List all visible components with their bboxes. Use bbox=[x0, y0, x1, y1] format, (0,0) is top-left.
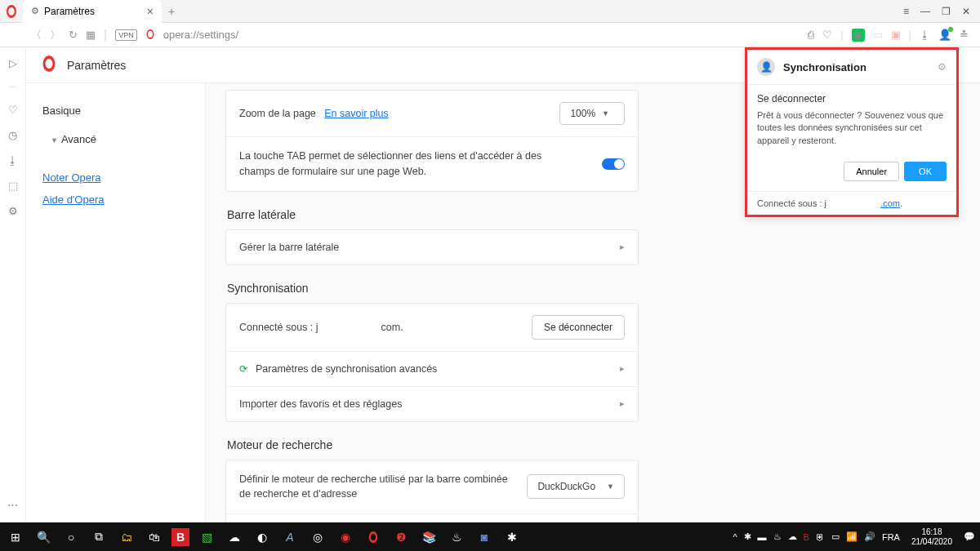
clock[interactable]: 16:18 21/04/2020 bbox=[906, 527, 957, 547]
zoom-learn-more[interactable]: En savoir plus bbox=[324, 108, 389, 119]
volume-icon[interactable]: 🔊 bbox=[864, 531, 875, 542]
tray-icon[interactable]: ▬ bbox=[758, 532, 767, 542]
settings-sidebar-icon[interactable]: ⚙ bbox=[8, 205, 18, 217]
ok-button[interactable]: OK bbox=[904, 162, 947, 181]
tray-icon[interactable]: ☁ bbox=[788, 531, 797, 542]
workspaces-icon[interactable]: ≡ bbox=[903, 6, 909, 17]
history-icon[interactable]: ◷ bbox=[8, 129, 17, 141]
app-icon[interactable]: ◉ bbox=[335, 527, 356, 548]
app-icon[interactable]: ◎ bbox=[307, 527, 328, 548]
opera-logo-icon bbox=[41, 56, 57, 75]
wifi-icon[interactable]: 📶 bbox=[846, 531, 858, 542]
nav-advanced[interactable]: ▼Avancé bbox=[42, 125, 189, 153]
zoom-label: Zoom de la page bbox=[239, 108, 316, 119]
nav-rate-opera[interactable]: Noter Opera bbox=[42, 167, 189, 189]
search-taskbar-icon[interactable]: 🔍 bbox=[33, 527, 54, 548]
slack-icon[interactable]: ✱ bbox=[501, 527, 523, 548]
tray-icon[interactable]: ⛨ bbox=[816, 532, 825, 542]
language-indicator[interactable]: FRA bbox=[882, 532, 900, 542]
gear-icon[interactable]: ⚙ bbox=[938, 61, 947, 73]
close-tab-icon[interactable]: × bbox=[147, 5, 154, 18]
nav-help[interactable]: Aide d'Opera bbox=[42, 189, 189, 211]
manage-sidebar-row[interactable]: Gérer la barre latérale ▸ bbox=[226, 230, 638, 264]
sign-out-button[interactable]: Se déconnecter bbox=[532, 315, 625, 340]
url-field[interactable]: opera://settings/ bbox=[163, 29, 239, 41]
more-icon[interactable]: ⋯ bbox=[7, 499, 18, 511]
opera-url-icon bbox=[145, 28, 155, 42]
section-search: Moteur de recherche bbox=[227, 438, 639, 451]
popup-domain[interactable]: .com bbox=[880, 198, 900, 208]
sync-status-row: Connecté sous : j com. Se déconnecter bbox=[226, 304, 638, 351]
tab-nav-toggle[interactable] bbox=[602, 158, 625, 170]
opera-menu-icon[interactable] bbox=[0, 0, 23, 23]
new-tab-button[interactable]: + bbox=[162, 5, 181, 18]
opera-taskbar-icon[interactable] bbox=[363, 527, 384, 548]
messenger-icon[interactable]: ◉ bbox=[852, 29, 865, 42]
app-icon[interactable]: ☁ bbox=[224, 527, 245, 548]
search-engine-select[interactable]: DuckDuckGo ▼ bbox=[527, 474, 625, 499]
app-icon[interactable]: ▧ bbox=[196, 527, 217, 548]
close-window-icon[interactable]: ✕ bbox=[962, 6, 970, 17]
app-icon[interactable]: A bbox=[279, 527, 301, 548]
discord-icon[interactable]: ◙ bbox=[474, 527, 495, 548]
settings-content[interactable]: Zoom de la page En savoir plus 100% ▼ La… bbox=[206, 83, 688, 522]
avatar-icon: 👤 bbox=[757, 58, 775, 76]
notifications-icon[interactable]: 💬 bbox=[964, 531, 975, 542]
profile-icon[interactable]: 👤 bbox=[938, 29, 951, 41]
tab-bar: ⚙ Paramètres × + ≡ — ❐ ✕ bbox=[0, 0, 980, 23]
reload-button[interactable]: ↻ bbox=[69, 29, 78, 41]
tab-title: Paramètres bbox=[44, 6, 95, 17]
popup-message: Prêt à vous déconnecter ? Souvenez vous … bbox=[757, 109, 947, 147]
downloads-icon[interactable]: ⭳ bbox=[920, 29, 930, 41]
downloads-sidebar-icon[interactable]: ⭳ bbox=[7, 154, 18, 167]
inst-icon[interactable]: ▣ bbox=[891, 29, 901, 41]
sync-advanced-row[interactable]: ⟳Paramètres de synchronisation avancés ▸ bbox=[226, 351, 638, 386]
popup-footer: Connecté sous : j .com. bbox=[747, 191, 956, 215]
browser-tab[interactable]: ⚙ Paramètres × bbox=[23, 0, 162, 23]
extensions-icon[interactable]: ⬚ bbox=[8, 180, 18, 192]
zoom-select[interactable]: 100% ▼ bbox=[559, 102, 625, 125]
tray-chevron-icon[interactable]: ^ bbox=[733, 532, 737, 542]
gear-icon: ⚙ bbox=[31, 6, 39, 16]
sync-import-row[interactable]: Importer des favoris et des réglages ▸ bbox=[226, 386, 638, 421]
task-view-icon[interactable]: ⧉ bbox=[88, 527, 109, 548]
easy-setup-icon[interactable]: ≛ bbox=[960, 29, 969, 41]
back-button[interactable]: 〈 bbox=[31, 28, 42, 42]
whatsapp-icon[interactable]: ▭ bbox=[873, 29, 883, 41]
cortana-icon[interactable]: ○ bbox=[60, 527, 82, 548]
steam-icon[interactable]: ♨ bbox=[446, 527, 467, 548]
heart-icon[interactable]: ♡ bbox=[822, 29, 832, 41]
explorer-icon[interactable]: 🗂 bbox=[116, 527, 137, 548]
window-controls: ≡ — ❐ ✕ bbox=[903, 6, 980, 17]
app-icon[interactable]: ❷ bbox=[390, 527, 412, 548]
tray-icon[interactable]: ♨ bbox=[773, 531, 782, 542]
sidebar-strip: ▷ — ♡ ◷ ⭳ ⬚ ⚙ ⋯ bbox=[0, 47, 26, 522]
tray-icon[interactable]: ▭ bbox=[831, 531, 840, 542]
cancel-button[interactable]: Annuler bbox=[844, 162, 899, 181]
vpn-badge[interactable]: VPN bbox=[115, 29, 137, 41]
start-button[interactable]: ⊞ bbox=[5, 527, 26, 548]
settings-nav: Basique ▼Avancé Noter Opera Aide d'Opera bbox=[26, 83, 206, 522]
maximize-icon[interactable]: ❐ bbox=[942, 6, 951, 17]
speed-dial-icon[interactable]: ▦ bbox=[86, 29, 96, 41]
forward-button[interactable]: 〉 bbox=[50, 28, 60, 42]
app-icon[interactable]: ◐ bbox=[252, 527, 273, 548]
popup-subtitle: Se déconnecter bbox=[757, 93, 947, 104]
tray-icon[interactable]: B bbox=[804, 532, 809, 542]
section-sync: Synchronisation bbox=[227, 282, 639, 295]
manage-search-row[interactable]: Gérer les moteurs de recherche ▸ bbox=[226, 513, 638, 522]
sync-popup: 👤 Synchronisation ⚙ Se déconnecter Prêt … bbox=[745, 47, 959, 217]
chevron-down-icon: ▼ bbox=[602, 109, 609, 118]
sync-status-suffix: com. bbox=[381, 322, 403, 333]
minimize-icon[interactable]: — bbox=[920, 6, 930, 17]
app-icon[interactable]: 📚 bbox=[418, 527, 439, 548]
snapshot-icon[interactable]: ⎙ bbox=[808, 29, 814, 41]
zoom-row: Zoom de la page En savoir plus 100% ▼ bbox=[226, 91, 638, 136]
tray-icon[interactable]: ✱ bbox=[744, 531, 751, 542]
app-icon[interactable]: B bbox=[172, 528, 189, 546]
heart-sidebar-icon[interactable]: ♡ bbox=[8, 104, 18, 116]
sidebar-card: Gérer la barre latérale ▸ bbox=[225, 229, 639, 265]
nav-basic[interactable]: Basique bbox=[42, 96, 189, 125]
store-icon[interactable]: 🛍 bbox=[144, 527, 165, 548]
play-icon[interactable]: ▷ bbox=[9, 57, 17, 69]
